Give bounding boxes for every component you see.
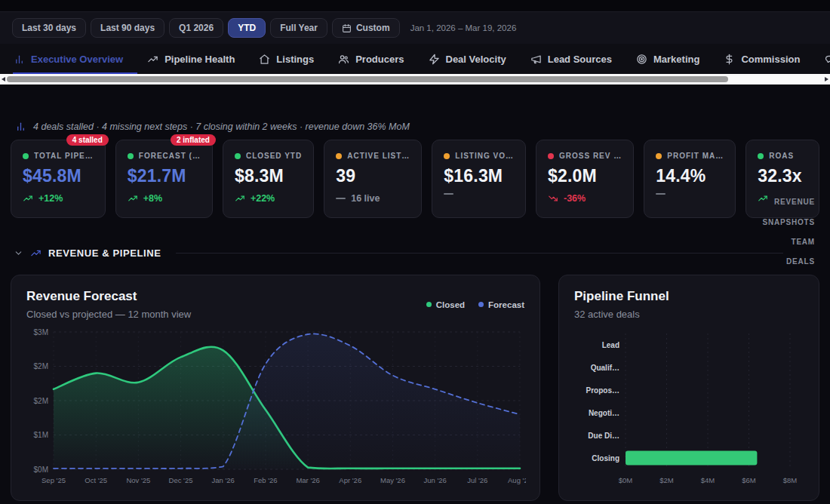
svg-text:Oct '25: Oct '25: [85, 476, 107, 484]
tab-label: Producers: [355, 54, 404, 65]
tab-label: Commission: [741, 54, 800, 65]
calendar-icon: [342, 23, 352, 33]
svg-text:$0M: $0M: [619, 476, 633, 484]
status-dot-icon: [444, 153, 450, 159]
pipeline-funnel-chart: $0M$2M$4M$6M$8MLeadQualif…Propos…Negoti……: [574, 332, 799, 489]
kpi-trend-text: +22%: [251, 193, 275, 204]
chevron-down-icon[interactable]: [14, 248, 23, 258]
svg-text:$2M: $2M: [34, 397, 48, 405]
svg-text:$2M: $2M: [34, 362, 48, 370]
kpi-card[interactable]: 4 stalledTOTAL PIPE…$45.8M+12%: [11, 140, 106, 218]
dollar-icon: [724, 54, 735, 65]
svg-text:Jun '26: Jun '26: [423, 476, 446, 484]
kpi-value: 14.4%: [656, 166, 724, 186]
kpi-label: GROSS REV …: [559, 152, 622, 160]
kpi-value: $21.7M: [128, 166, 201, 186]
trending-up-icon: [235, 193, 245, 204]
svg-text:Jan '26: Jan '26: [212, 476, 235, 484]
trending-up-icon: [30, 247, 42, 259]
range-button-last-30-days[interactable]: Last 30 days: [12, 18, 86, 38]
range-button-full-year[interactable]: Full Year: [270, 18, 327, 38]
bar-chart-icon: [14, 54, 25, 65]
kpi-card[interactable]: CLOSED YTD$8.3M+22%: [223, 140, 314, 218]
pipeline-funnel-subtitle: 32 active deals: [574, 309, 669, 320]
kpi-warning-badge: 2 inflated: [171, 134, 216, 146]
tab-lead-sources[interactable]: Lead Sources: [530, 54, 612, 65]
status-dot-icon: [23, 153, 29, 159]
trending-down-icon: [548, 193, 558, 204]
home-icon: [259, 54, 270, 65]
scroll-left-arrow-icon[interactable]: [2, 77, 5, 81]
kpi-value: 39: [336, 166, 410, 186]
kpi-label: FORECAST (…: [139, 152, 201, 160]
section-title: REVENUE & PIPELINE: [48, 247, 161, 259]
status-dot-icon: [128, 153, 134, 159]
range-button-q1-2026[interactable]: Q1 2026: [169, 18, 223, 38]
kpi-card[interactable]: 2 inflatedFORECAST (…$21.7M+8%: [115, 140, 213, 218]
horizontal-scrollbar[interactable]: [0, 74, 830, 85]
range-button-ytd[interactable]: YTD: [228, 18, 266, 38]
svg-text:$0M: $0M: [34, 466, 48, 474]
svg-text:Nov '25: Nov '25: [126, 476, 150, 484]
side-nav-team[interactable]: TEAM: [791, 238, 815, 246]
revenue-forecast-title: Revenue Forecast: [26, 289, 191, 304]
kpi-trend: [444, 193, 514, 195]
tab-commission[interactable]: Commission: [724, 54, 800, 65]
kpi-card[interactable]: ROAS32.3x: [745, 140, 819, 218]
section-header-revenue-pipeline[interactable]: REVENUE & PIPELINE: [11, 247, 819, 259]
revenue-forecast-panel: Revenue Forecast Closed vs projected — 1…: [11, 275, 540, 501]
kpi-value: $45.8M: [23, 166, 94, 186]
tab-marketing[interactable]: Marketing: [636, 54, 699, 65]
trending-up-icon: [147, 54, 158, 65]
range-button-group: Last 30 daysLast 90 daysQ1 2026YTDFull Y…: [12, 18, 327, 38]
dash-icon: [656, 193, 666, 195]
legend-item-forecast[interactable]: Forecast: [478, 300, 524, 309]
kpi-card[interactable]: ACTIVE LIST…3916 live: [324, 140, 422, 218]
kpi-label: LISTING VO…: [455, 152, 514, 160]
custom-range-label: Custom: [356, 23, 390, 33]
bar-chart-icon: [15, 121, 26, 132]
side-nav-deals[interactable]: DEALS: [786, 257, 815, 266]
section-divider: [176, 253, 784, 254]
users-icon: [338, 54, 349, 65]
tab-label: Executive Overview: [31, 54, 123, 65]
svg-text:Due Di…: Due Di…: [588, 432, 619, 440]
trending-up-icon: [23, 193, 33, 204]
kpi-warning-badge: 4 stalled: [66, 134, 109, 146]
kpi-trend-text: +12%: [38, 193, 63, 204]
svg-text:$2M: $2M: [659, 476, 674, 484]
custom-range-button[interactable]: Custom: [332, 18, 400, 38]
tab-producers[interactable]: Producers: [338, 54, 404, 65]
range-button-last-90-days[interactable]: Last 90 days: [91, 18, 164, 38]
legend-item-closed[interactable]: Closed: [426, 300, 465, 309]
tab-executive-overview[interactable]: Executive Overview: [14, 54, 123, 65]
svg-text:May '26: May '26: [380, 476, 405, 484]
tab-listings[interactable]: Listings: [259, 54, 314, 65]
zap-icon: [429, 54, 440, 65]
tab-pipeline-health[interactable]: Pipeline Health: [147, 54, 235, 65]
kpi-trend: -36%: [548, 193, 622, 204]
trending-up-icon: [758, 193, 768, 204]
side-nav-revenue[interactable]: REVENUE: [774, 198, 815, 206]
legend-dot-icon: [478, 302, 484, 307]
kpi-card[interactable]: PROFIT MA…14.4%: [644, 140, 736, 218]
kpi-value: $8.3M: [235, 166, 302, 186]
megaphone-icon: [530, 54, 542, 65]
svg-text:Propos…: Propos…: [586, 386, 619, 395]
insights-alert-row: 4 deals stalled · 4 missing next steps ·…: [11, 121, 819, 132]
scrollbar-thumb[interactable]: [7, 76, 728, 82]
tab-deal-velocity[interactable]: Deal Velocity: [429, 54, 506, 65]
dashboard-main: 4 deals stalled · 4 missing next steps ·…: [0, 121, 830, 501]
kpi-card[interactable]: LISTING VO…$16.3M: [432, 140, 526, 218]
kpi-card[interactable]: GROSS REV …$2.0M-36%: [536, 140, 634, 218]
svg-text:$3M: $3M: [34, 328, 48, 337]
target-icon: [636, 54, 647, 65]
side-nav-snapshots[interactable]: SNAPSHOTS: [763, 218, 815, 226]
tab-finance[interactable]: Finance: [824, 54, 830, 65]
revenue-forecast-chart: $0M$1M$2M$2M$3MSep '25Oct '25Nov '25Dec …: [26, 326, 526, 487]
kpi-value: $16.3M: [444, 166, 514, 186]
scroll-right-arrow-icon[interactable]: [825, 77, 828, 81]
kpi-card-row: 4 stalledTOTAL PIPE…$45.8M+12%2 inflated…: [11, 140, 819, 218]
pipeline-funnel-panel: Pipeline Funnel 32 active deals $0M$2M$4…: [558, 275, 819, 501]
kpi-trend: 16 live: [336, 193, 410, 204]
